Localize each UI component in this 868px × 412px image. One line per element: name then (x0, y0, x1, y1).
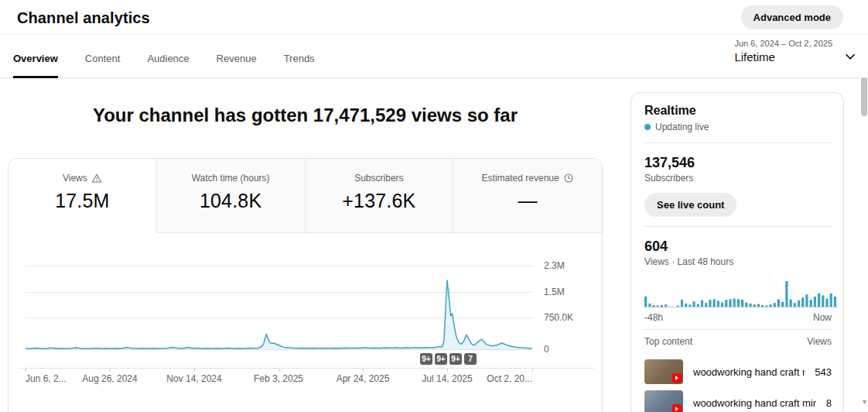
top-content-row-1[interactable]: woodworking hand craft m... 543 (644, 359, 832, 384)
metric-revenue-label: Estimated revenue (482, 173, 559, 184)
metric-views-label: Views (63, 173, 87, 184)
tab-trends[interactable]: Trends (284, 35, 315, 78)
metric-revenue[interactable]: Estimated revenue — (453, 159, 602, 233)
x-label-4: Feb 3, 2025 (254, 373, 303, 384)
realtime-views-value: 604 (644, 239, 668, 255)
video-title: woodworking hand craft m... (693, 366, 805, 378)
realtime-bar-chart[interactable] (644, 280, 838, 307)
realtime-status-text: Updating live (655, 122, 709, 132)
metric-subscribers-value: +137.6K (306, 190, 453, 212)
realtime-status: Updating live (644, 122, 709, 132)
tab-audience[interactable]: Audience (147, 35, 189, 78)
x-label-2: Aug 26, 2024 (82, 373, 137, 384)
see-live-count-button[interactable]: See live count (644, 193, 736, 217)
y-tick-3: 750.0K (544, 312, 573, 323)
x-label-5: Apr 24, 2025 (337, 373, 390, 384)
tab-revenue[interactable]: Revenue (217, 35, 257, 78)
scroll-down-arrow-icon[interactable]: ▾ (863, 398, 866, 406)
metric-tabs: Views 17.5M Watch time (hours) 104.8K Su… (9, 159, 602, 233)
shorts-icon (672, 373, 682, 383)
divider (643, 142, 832, 143)
top-content-row-2[interactable]: woodworking hand craft mini ... 8 (644, 390, 832, 412)
marker-badge-3[interactable]: 9+ (449, 353, 462, 365)
tab-content[interactable]: Content (85, 35, 121, 78)
video-title: woodworking hand craft mini ... (693, 397, 816, 409)
x-label-6: Jul 14, 2025 (422, 373, 472, 384)
page-header: Channel analytics Advanced mode Overview… (0, 0, 868, 78)
realtime-subscribers-label: Subscribers (644, 173, 693, 184)
tab-overview[interactable]: Overview (13, 35, 58, 78)
x-tick-mark (532, 368, 533, 372)
page-title: Channel analytics (17, 9, 150, 27)
top-content-label: Top content (644, 336, 692, 347)
video-marker-badges: 9+ 9+ 9+ 7 (420, 353, 477, 365)
x-tick-mark (279, 368, 279, 372)
marker-badge-2[interactable]: 9+ (435, 353, 447, 365)
gridline-zero (26, 349, 532, 350)
metric-watch-time-value: 104.8K (157, 190, 305, 212)
metric-views[interactable]: Views 17.5M (9, 159, 157, 233)
y-tick-1: 2.3M (544, 260, 565, 271)
x-tick-mark (363, 368, 364, 372)
x-axis-line (18, 368, 594, 369)
top-content-header: Top content Views (644, 336, 832, 347)
x-label-7: Oct 2, 20... (487, 373, 532, 384)
date-preset-label: Lifetime (734, 50, 832, 64)
realtime-card: Realtime Updating live 137,546 Subscribe… (630, 92, 844, 412)
metric-subscribers-label: Subscribers (354, 173, 403, 184)
warning-icon (91, 173, 102, 184)
metric-views-value: 17.5M (9, 190, 156, 212)
metric-watch-time[interactable]: Watch time (hours) 104.8K (157, 159, 306, 233)
metric-watch-time-label: Watch time (hours) (192, 173, 270, 184)
live-dot-icon (644, 124, 651, 130)
video-thumbnail (644, 390, 683, 412)
views-chart-zone: 2.3M 1.5M 750.0K 0 9+ 9+ 9+ 7 Jun 6, 2..… (9, 233, 602, 412)
y-tick-2: 1.5M (544, 287, 565, 297)
views-column-label: Views (807, 336, 832, 347)
x-tick-mark (447, 368, 448, 372)
bars-axis-left: -48h (644, 312, 663, 323)
divider (643, 329, 832, 330)
video-views: 8 (826, 397, 832, 409)
channel-views-headline: Your channel has gotten 17,471,529 views… (8, 105, 603, 126)
analytics-card: Views 17.5M Watch time (hours) 104.8K Su… (8, 158, 603, 412)
views-line-chart[interactable] (26, 259, 532, 349)
y-tick-4: 0 (544, 344, 549, 355)
marker-badge-1[interactable]: 9+ (420, 353, 432, 365)
marker-badge-4[interactable]: 7 (464, 353, 477, 365)
shorts-icon (672, 404, 682, 412)
x-tick-mark (26, 368, 26, 372)
metric-subscribers[interactable]: Subscribers +137.6K (306, 159, 454, 233)
realtime-title: Realtime (644, 104, 696, 118)
date-range-text: Jun 6, 2024 – Oct 2, 2025 (734, 39, 832, 48)
x-label-1: Jun 6, 2... (26, 373, 67, 384)
clock-icon (563, 173, 574, 184)
x-tick-mark (194, 368, 195, 372)
video-thumbnail (644, 359, 683, 384)
analytics-tabs: Overview Content Audience Revenue Trends (13, 35, 315, 78)
divider (643, 226, 832, 227)
bars-axis-right: Now (813, 312, 832, 323)
chevron-down-icon[interactable] (842, 48, 859, 65)
x-label-3: Nov 14, 2024 (166, 373, 221, 384)
advanced-mode-button[interactable]: Advanced mode (741, 5, 843, 29)
realtime-views-label: Views · Last 48 hours (644, 256, 733, 267)
date-range-picker[interactable]: Jun 6, 2024 – Oct 2, 2025 Lifetime (734, 39, 832, 64)
metric-revenue-value: — (453, 190, 602, 212)
x-tick-mark (110, 368, 111, 372)
video-views: 543 (815, 366, 832, 378)
realtime-subscribers-value: 137,546 (644, 155, 695, 171)
